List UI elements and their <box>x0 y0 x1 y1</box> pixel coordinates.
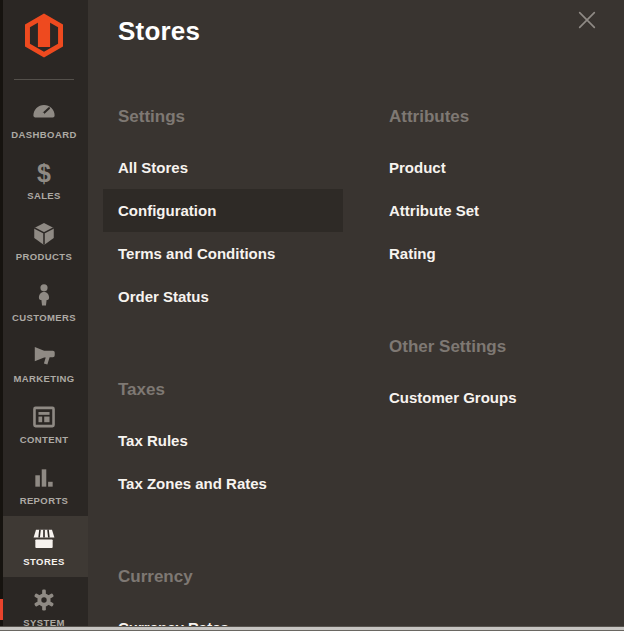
sidebar-item-content[interactable]: CONTENT <box>0 394 88 455</box>
content-layout-icon <box>31 403 57 430</box>
menu-item-all-stores[interactable]: All Stores <box>103 146 343 189</box>
menu-item-customer-groups[interactable]: Customer Groups <box>374 376 614 419</box>
customers-person-icon <box>31 281 57 308</box>
magento-logo[interactable] <box>0 0 88 62</box>
admin-sidebar: DASHBOARD$SALESPRODUCTSCUSTOMERSMARKETIN… <box>0 0 88 631</box>
menu-section: AttributesProductAttribute SetRating <box>374 106 614 275</box>
sidebar-item-label: CUSTOMERS <box>12 312 76 323</box>
menu-item-tax-rules[interactable]: Tax Rules <box>103 419 343 462</box>
system-gear-icon <box>31 586 57 613</box>
sidebar-item-customers[interactable]: CUSTOMERS <box>0 272 88 333</box>
menu-item-product[interactable]: Product <box>374 146 614 189</box>
sidebar-divider <box>14 79 74 80</box>
menu-section: SettingsAll StoresConfigurationTerms and… <box>103 106 343 318</box>
menu-item-terms-and-conditions[interactable]: Terms and Conditions <box>103 232 343 275</box>
menu-section: CurrencyCurrency Rates <box>103 566 343 631</box>
menu-column-2: AttributesProductAttribute SetRatingOthe… <box>374 106 614 631</box>
section-header: Taxes <box>103 379 343 401</box>
sidebar-item-label: DASHBOARD <box>11 129 76 140</box>
section-header: Attributes <box>374 106 614 128</box>
page-title: Stores <box>118 16 624 46</box>
menu-section: TaxesTax RulesTax Zones and Rates <box>103 379 343 505</box>
menu-item-tax-zones-and-rates[interactable]: Tax Zones and Rates <box>103 462 343 505</box>
sidebar-item-label: SALES <box>27 190 61 201</box>
sidebar-item-reports[interactable]: REPORTS <box>0 455 88 516</box>
section-header: Other Settings <box>374 336 614 358</box>
reports-barchart-icon <box>31 464 57 491</box>
products-box-icon <box>31 220 57 247</box>
page-bottom-edge <box>0 626 624 631</box>
sidebar-item-dashboard[interactable]: DASHBOARD <box>0 89 88 150</box>
marketing-megaphone-icon <box>31 342 57 369</box>
sidebar-item-label: REPORTS <box>20 495 69 506</box>
sidebar-item-marketing[interactable]: MARKETING <box>0 333 88 394</box>
menu-item-attribute-set[interactable]: Attribute Set <box>374 189 614 232</box>
menu-column-1: SettingsAll StoresConfigurationTerms and… <box>103 106 343 631</box>
sidebar-item-products[interactable]: PRODUCTS <box>0 211 88 272</box>
screen-left-edge <box>0 0 3 631</box>
menu-item-rating[interactable]: Rating <box>374 232 614 275</box>
menu-item-configuration[interactable]: Configuration <box>103 189 343 232</box>
magento-logo-icon <box>25 13 63 62</box>
sidebar-item-label: PRODUCTS <box>16 251 73 262</box>
stores-flyout-menu: Stores SettingsAll StoresConfigurationTe… <box>88 0 624 631</box>
section-header: Settings <box>103 106 343 128</box>
flyout-header: Stores <box>88 0 624 46</box>
sidebar-nav: DASHBOARD$SALESPRODUCTSCUSTOMERSMARKETIN… <box>0 89 88 631</box>
sidebar-item-label: STORES <box>23 556 64 567</box>
menu-columns: SettingsAll StoresConfigurationTerms and… <box>88 106 624 631</box>
sidebar-item-label: CONTENT <box>20 434 69 445</box>
sidebar-item-sales[interactable]: $SALES <box>0 150 88 211</box>
close-icon <box>576 19 598 34</box>
sidebar-item-system[interactable]: SYSTEM <box>0 577 88 631</box>
menu-item-order-status[interactable]: Order Status <box>103 275 343 318</box>
menu-section: Other SettingsCustomer Groups <box>374 336 614 419</box>
svg-text:$: $ <box>37 160 51 186</box>
stores-storefront-icon <box>31 525 57 552</box>
dashboard-gauge-icon <box>31 98 57 125</box>
section-header: Currency <box>103 566 343 588</box>
close-button[interactable] <box>574 7 600 33</box>
sidebar-item-stores[interactable]: STORES <box>0 516 88 577</box>
left-edge-accent <box>0 599 3 620</box>
sidebar-item-label: MARKETING <box>13 373 74 384</box>
sales-dollar-icon: $ <box>31 159 57 186</box>
